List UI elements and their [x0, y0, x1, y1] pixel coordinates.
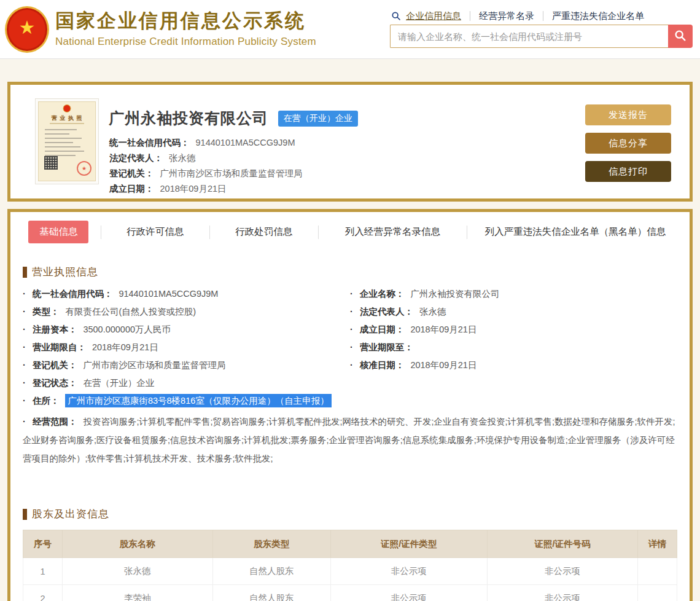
info-share-button[interactable]: 信息分享	[585, 133, 671, 154]
cell-certificate-type: 非公示项	[330, 558, 488, 585]
search-icon	[391, 11, 401, 21]
cell-shareholder-name: 张永德	[62, 558, 212, 585]
license-qr-code	[44, 156, 58, 170]
company-name: 广州永袖投资有限公司	[109, 108, 268, 128]
tab-abnormal-operations-info[interactable]: 列入经营异常名录信息	[336, 221, 449, 243]
license-text-line	[45, 151, 84, 152]
license-subline	[50, 123, 84, 124]
cell-shareholder-type: 自然人股东	[212, 585, 330, 601]
detail-body: 营业执照信息 统一社会信用代码：91440101MA5CCG9J9M 企业名称：…	[10, 265, 690, 601]
company-status-badge: 在营（开业）企业	[278, 111, 358, 127]
tab-serious-violations-blacklist-info[interactable]: 列入严重违法失信企业名单（黑名单）信息	[476, 221, 675, 243]
license-paper: 营 业 执 照 ★	[38, 101, 96, 181]
license-text-line	[45, 146, 80, 147]
field-business-scope: 经营范围：投资咨询服务;计算机零配件零售;贸易咨询服务;计算机零配件批发;网络技…	[23, 412, 677, 468]
send-report-button[interactable]: 发送报告	[585, 104, 671, 125]
field-registration-status: 登记状态：在营（开业）企业	[23, 374, 350, 392]
tab-administrative-license-info[interactable]: 行政许可信息	[118, 221, 192, 243]
company-summary-card: 营 业 执 照 ★ 广州永袖投资有限公司 在营（开业）企业 统一社会信用代码：9…	[7, 82, 693, 202]
business-license-thumbnail: 营 业 执 照 ★	[35, 98, 99, 184]
nav-link-enterprise-credit-info[interactable]: 企业信用信息	[406, 10, 461, 22]
site-subtitle: National Enterprise Credit Information P…	[55, 36, 316, 48]
shareholders-table: 序号 股东名称 股东类型 证照/证件类型 证照/证件号码 详情 1 张永德 自然…	[23, 530, 677, 601]
site-title-block: 国家企业信用信息公示系统 National Enterprise Credit …	[55, 8, 316, 48]
table-row: 1 张永德 自然人股东 非公示项 非公示项	[23, 558, 677, 585]
license-field-grid: 统一社会信用代码：91440101MA5CCG9J9M 企业名称：广州永袖投资有…	[23, 285, 677, 392]
info-print-button[interactable]: 信息打印	[585, 161, 671, 182]
site-header: ★ 国家企业信用信息公示系统 National Enterprise Credi…	[0, 0, 700, 59]
search-input[interactable]	[390, 25, 668, 48]
field-legal-representative: 法定代表人：张永德	[109, 151, 303, 166]
nav-separator	[543, 11, 543, 21]
field-company-type: 类型：有限责任公司(自然人投资或控股)	[23, 303, 350, 321]
search-bar	[390, 25, 693, 48]
section-bar-icon	[23, 267, 27, 278]
nav-separator	[470, 11, 470, 21]
detail-card: 基础信息 行政许可信息 行政处罚信息 列入经营异常名录信息 列入严重违法失信企业…	[7, 209, 693, 601]
table-header-row: 序号 股东名称 股东类型 证照/证件类型 证照/证件号码 详情	[23, 530, 677, 558]
license-title: 营 业 执 照	[39, 114, 95, 122]
summary-fields: 统一社会信用代码：91440101MA5CCG9J9M 法定代表人：张永德 登记…	[109, 135, 303, 197]
field-unified-social-credit-code: 统一社会信用代码：91440101MA5CCG9J9M	[109, 135, 303, 151]
license-text-line	[45, 133, 69, 135]
section-bar-icon	[23, 509, 27, 520]
top-nav: 企业信用信息 经营异常名录 严重违法失信企业名单	[391, 10, 644, 22]
company-head: 广州永袖投资有限公司 在营（开业）企业	[109, 108, 358, 128]
cell-shareholder-name: 李荣袖	[62, 585, 212, 601]
page: { "header": { "site_title": "国家企业信用信息公示系…	[0, 0, 700, 601]
column-header-index: 序号	[23, 530, 63, 558]
cell-index: 2	[23, 585, 63, 601]
section-header-shareholders: 股东及出资信息	[23, 507, 677, 521]
tab-bar: 基础信息 行政许可信息 行政处罚信息 列入经营异常名录信息 列入严重违法失信企业…	[10, 212, 690, 251]
section-title: 营业执照信息	[32, 265, 98, 279]
cell-index: 1	[23, 558, 63, 585]
license-text-line	[45, 129, 77, 130]
cell-certificate-number: 非公示项	[488, 558, 638, 585]
emblem-star-icon: ★	[19, 18, 36, 37]
license-red-seal: ★	[77, 161, 91, 176]
column-header-shareholder-type: 股东类型	[212, 530, 330, 558]
field-establishment-date: 成立日期：2018年09月21日	[350, 321, 677, 339]
field-unified-social-credit-code: 统一社会信用代码：91440101MA5CCG9J9M	[23, 285, 350, 303]
nav-link-abnormal-operations-list[interactable]: 经营异常名录	[479, 10, 534, 22]
field-approval-date: 核准日期：2018年09月21日	[350, 356, 677, 374]
cell-details	[638, 585, 677, 601]
field-establishment-date: 成立日期：2018年09月21日	[109, 181, 303, 197]
section-header-business-license: 营业执照信息	[23, 265, 677, 279]
action-buttons: 发送报告 信息分享 信息打印	[585, 104, 671, 189]
field-company-name: 企业名称：广州永袖投资有限公司	[350, 285, 677, 303]
tab-basic-info[interactable]: 基础信息	[28, 221, 88, 243]
field-legal-representative: 法定代表人：张永德	[350, 303, 677, 321]
license-emblem-icon	[63, 104, 71, 112]
search-icon	[674, 29, 687, 44]
cell-details	[638, 558, 677, 585]
field-business-term-from: 营业期限自：2018年09月21日	[23, 339, 350, 356]
field-registration-authority: 登记机关：广州市南沙区市场和质量监督管理局	[109, 166, 303, 181]
field-registered-capital: 注册资本：3500.000000万人民币	[23, 321, 350, 339]
column-header-shareholder-name: 股东名称	[62, 530, 212, 558]
site-title: 国家企业信用信息公示系统	[55, 8, 316, 34]
license-text-line	[45, 142, 73, 143]
nav-link-serious-violations-list[interactable]: 严重违法失信企业名单	[552, 10, 644, 22]
license-text-line	[45, 138, 82, 139]
field-business-term-to: 营业期限至：	[350, 339, 677, 356]
tab-administrative-penalty-info[interactable]: 行政处罚信息	[227, 221, 301, 243]
address-value-highlighted: 广州市南沙区惠康街83号8楼816室（仅限办公用途）（自主申报）	[65, 394, 331, 407]
column-header-details: 详情	[638, 530, 677, 558]
column-header-certificate-number: 证照/证件号码	[488, 530, 638, 558]
cell-shareholder-type: 自然人股东	[212, 558, 330, 585]
field-address: 住所：广州市南沙区惠康街83号8楼816室（仅限办公用途）（自主申报）	[23, 392, 677, 410]
cell-certificate-number: 非公示项	[488, 585, 638, 601]
column-header-certificate-type: 证照/证件类型	[330, 530, 488, 558]
section-title: 股东及出资信息	[32, 507, 109, 521]
national-emblem-logo: ★	[5, 6, 49, 53]
field-registration-authority: 登记机关：广州市南沙区市场和质量监督管理局	[23, 356, 350, 374]
cell-certificate-type: 非公示项	[330, 585, 488, 601]
search-button[interactable]	[668, 25, 693, 48]
table-row: 2 李荣袖 自然人股东 非公示项 非公示项	[23, 585, 677, 601]
